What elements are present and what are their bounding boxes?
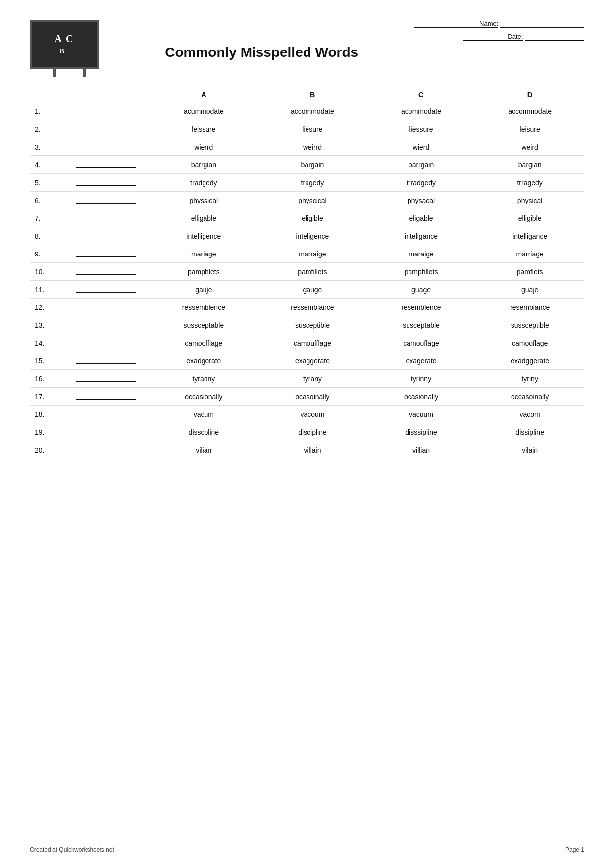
footer-right: Page 1	[565, 846, 584, 853]
answer-blank[interactable]	[76, 427, 136, 435]
row-col-d: trragedy	[475, 174, 584, 192]
row-num: 14.	[30, 334, 62, 352]
row-answer[interactable]	[62, 174, 150, 192]
row-num: 5.	[30, 174, 62, 192]
answer-blank[interactable]	[76, 213, 136, 221]
answer-blank[interactable]	[76, 303, 136, 310]
col-header-answer	[62, 87, 150, 102]
answer-blank[interactable]	[76, 160, 136, 168]
row-answer[interactable]	[62, 156, 150, 174]
table-row: 7. elligable eligible eligable elligible	[30, 209, 584, 227]
answer-blank[interactable]	[76, 142, 136, 150]
answer-blank[interactable]	[76, 106, 136, 114]
row-col-a: vilian	[150, 441, 258, 459]
row-col-a: tyranny	[150, 370, 258, 388]
row-answer[interactable]	[62, 352, 150, 370]
row-col-d: bargian	[475, 156, 584, 174]
name-date-area: Name: Date:	[414, 20, 584, 46]
row-col-c: acommodate	[367, 102, 476, 120]
row-answer[interactable]	[62, 120, 150, 138]
table-row: 15. exadgerate exaggerate exagerate exad…	[30, 352, 584, 370]
row-col-d: elligible	[475, 209, 584, 227]
blackboard-legs	[40, 69, 99, 77]
row-col-d: physical	[475, 192, 584, 209]
table-row: 8. intelligence inteligence inteligance …	[30, 227, 584, 245]
row-col-c: resemblence	[367, 299, 476, 316]
col-header-num	[30, 87, 62, 102]
answer-blank[interactable]	[76, 178, 136, 186]
answer-blank[interactable]	[76, 409, 136, 417]
row-answer[interactable]	[62, 138, 150, 156]
row-num: 6.	[30, 192, 62, 209]
row-col-b: eligible	[258, 209, 367, 227]
col-header-b: B	[258, 87, 367, 102]
table-row: 10. pamphlets pamfillets pamphllets pamf…	[30, 263, 584, 281]
row-answer[interactable]	[62, 227, 150, 245]
row-col-a: exadgerate	[150, 352, 258, 370]
row-answer[interactable]	[62, 209, 150, 227]
row-col-c: camouflage	[367, 334, 476, 352]
footer: Created at Quickworksheets.net Page 1	[30, 842, 584, 853]
row-answer[interactable]	[62, 388, 150, 406]
row-answer[interactable]	[62, 281, 150, 299]
row-col-c: exagerate	[367, 352, 476, 370]
answer-blank[interactable]	[76, 356, 136, 364]
row-answer[interactable]	[62, 299, 150, 316]
header-area: A CB Commonly Misspelled Words Name: Dat…	[30, 20, 584, 77]
row-answer[interactable]	[62, 102, 150, 120]
title-area: Commonly Misspelled Words	[109, 20, 414, 60]
date-label: Date:	[463, 33, 523, 41]
row-col-c: trradgedy	[367, 174, 476, 192]
answer-blank[interactable]	[76, 249, 136, 257]
row-col-c: physacal	[367, 192, 476, 209]
row-answer[interactable]	[62, 441, 150, 459]
date-line: Date:	[414, 33, 584, 41]
row-col-c: maraige	[367, 245, 476, 263]
row-col-a: leissure	[150, 120, 258, 138]
col-header-a: A	[150, 87, 258, 102]
name-blank[interactable]	[500, 20, 584, 28]
row-col-b: liesure	[258, 120, 367, 138]
answer-blank[interactable]	[76, 285, 136, 293]
row-answer[interactable]	[62, 423, 150, 441]
blackboard-icon: A CB	[30, 20, 99, 69]
row-col-d: vilain	[475, 441, 584, 459]
date-blank[interactable]	[525, 33, 584, 41]
answer-blank[interactable]	[76, 124, 136, 132]
answer-blank[interactable]	[76, 196, 136, 204]
row-answer[interactable]	[62, 316, 150, 334]
row-col-d: exadggerate	[475, 352, 584, 370]
row-answer[interactable]	[62, 406, 150, 423]
row-answer[interactable]	[62, 245, 150, 263]
answer-blank[interactable]	[76, 338, 136, 346]
row-col-b: ressemblance	[258, 299, 367, 316]
row-answer[interactable]	[62, 192, 150, 209]
answer-blank[interactable]	[76, 267, 136, 275]
row-col-c: ocasionally	[367, 388, 476, 406]
row-answer[interactable]	[62, 263, 150, 281]
table-row: 2. leissure liesure liessure leisure	[30, 120, 584, 138]
row-col-b: accommodate	[258, 102, 367, 120]
table-row: 12. ressemblence ressemblance resemblenc…	[30, 299, 584, 316]
row-num: 18.	[30, 406, 62, 423]
row-col-c: guage	[367, 281, 476, 299]
row-col-d: guaje	[475, 281, 584, 299]
header-row: A B C D	[30, 87, 584, 102]
answer-blank[interactable]	[76, 374, 136, 382]
answer-blank[interactable]	[76, 320, 136, 328]
row-num: 13.	[30, 316, 62, 334]
row-col-d: accommodate	[475, 102, 584, 120]
row-num: 11.	[30, 281, 62, 299]
row-col-b: ocasoinally	[258, 388, 367, 406]
row-col-c: liessure	[367, 120, 476, 138]
table-row: 3. wierrd weirrd wierd weird	[30, 138, 584, 156]
row-num: 20.	[30, 441, 62, 459]
answer-blank[interactable]	[76, 445, 136, 453]
answer-blank[interactable]	[76, 392, 136, 400]
answer-blank[interactable]	[76, 231, 136, 239]
row-answer[interactable]	[62, 334, 150, 352]
row-answer[interactable]	[62, 370, 150, 388]
footer-left: Created at Quickworksheets.net	[30, 846, 114, 853]
row-num: 7.	[30, 209, 62, 227]
row-col-a: ressemblence	[150, 299, 258, 316]
